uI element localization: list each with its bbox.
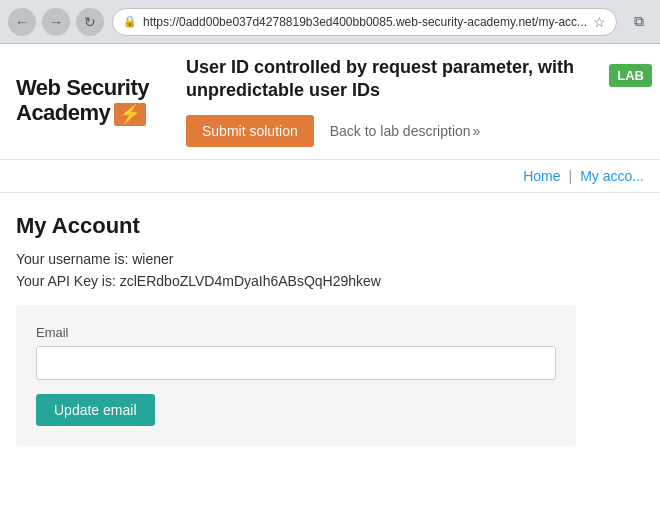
- header-actions: Submit solution Back to lab description …: [186, 115, 585, 147]
- home-link[interactable]: Home: [523, 168, 560, 184]
- logo-container: Web SecurityAcademy⚡: [0, 64, 170, 138]
- my-account-link[interactable]: My acco...: [580, 168, 644, 184]
- username-line: Your username is: wiener: [16, 251, 644, 267]
- browser-controls: ← → ↻: [8, 8, 104, 36]
- back-button[interactable]: ←: [8, 8, 36, 36]
- back-to-lab-link[interactable]: Back to lab description »: [330, 123, 481, 139]
- site-header: Web SecurityAcademy⚡ User ID controlled …: [0, 44, 660, 160]
- email-label: Email: [36, 325, 556, 340]
- nav-separator: |: [569, 168, 573, 184]
- logo-text: Web SecurityAcademy⚡: [16, 76, 149, 126]
- header-right: LAB: [601, 52, 660, 99]
- submit-solution-button[interactable]: Submit solution: [186, 115, 314, 147]
- main-content: My Account Your username is: wiener Your…: [0, 193, 660, 466]
- url-text: https://0add00be037d4278819b3ed400bb0085…: [143, 15, 587, 29]
- email-input[interactable]: [36, 346, 556, 380]
- email-form-section: Email Update email: [16, 305, 576, 446]
- bookmark-icon[interactable]: ☆: [593, 14, 606, 30]
- page-title: My Account: [16, 213, 644, 239]
- lab-badge: LAB: [609, 64, 652, 87]
- update-email-button[interactable]: Update email: [36, 394, 155, 426]
- nav-bar: Home | My acco...: [0, 160, 660, 193]
- address-bar[interactable]: 🔒 https://0add00be037d4278819b3ed400bb00…: [112, 8, 617, 36]
- reload-button[interactable]: ↻: [76, 8, 104, 36]
- header-content: User ID controlled by request parameter,…: [170, 44, 601, 159]
- browser-chrome: ← → ↻ 🔒 https://0add00be037d4278819b3ed4…: [0, 0, 660, 44]
- logo-badge: ⚡: [114, 103, 146, 127]
- extensions-button[interactable]: ⧉: [625, 8, 652, 36]
- api-key-line: Your API Key is: zclERdboZLVD4mDyaIh6ABs…: [16, 273, 644, 289]
- logo: Web SecurityAcademy⚡: [16, 76, 149, 126]
- forward-button[interactable]: →: [42, 8, 70, 36]
- header-title: User ID controlled by request parameter,…: [186, 56, 585, 103]
- lock-icon: 🔒: [123, 15, 137, 28]
